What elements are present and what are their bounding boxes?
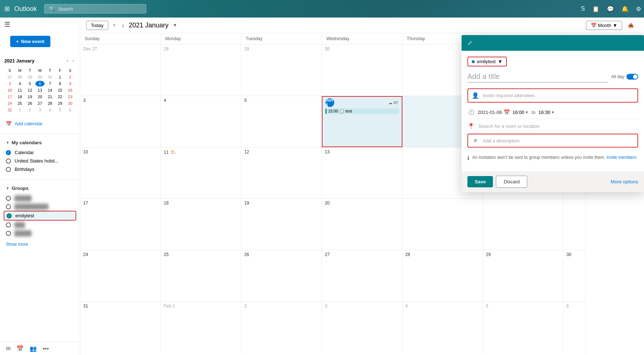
mini-cal-day[interactable]: 7 <box>45 81 55 87</box>
cal-cell-jan5[interactable]: 5 <box>241 96 322 147</box>
hamburger-icon[interactable]: ☰ <box>4 20 10 28</box>
mini-cal-day[interactable]: 1 <box>15 107 25 113</box>
cal-cell-jan10[interactable]: 10 <box>80 148 161 199</box>
account-selector[interactable]: emilytest ▼ <box>467 57 507 66</box>
group-item-3[interactable]: ███ <box>6 221 74 229</box>
calendar-checkbox-birthdays[interactable] <box>6 167 11 172</box>
mini-cal-prev[interactable]: ‹ <box>65 57 70 64</box>
mini-cal-day[interactable]: 14 <box>45 87 55 93</box>
cal-cell-dec27[interactable]: Dec 27 <box>80 45 161 96</box>
mini-cal-day[interactable]: 30 <box>65 100 75 106</box>
cal-cell-jan13[interactable]: 13 <box>322 148 402 199</box>
mini-cal-day[interactable]: 17 <box>5 94 15 100</box>
popup-expand-icon[interactable]: ⤢ <box>467 39 472 46</box>
mini-cal-day[interactable]: 16 <box>65 87 75 93</box>
mini-cal-day[interactable]: 27 <box>5 74 15 80</box>
calendar-item-birthdays[interactable]: Birthdays <box>6 165 74 173</box>
mini-cal-day[interactable]: 28 <box>45 100 55 106</box>
location-input[interactable] <box>478 123 638 129</box>
groups-header[interactable]: ▼ Groups <box>6 186 74 191</box>
mini-cal-day[interactable]: 12 <box>25 87 35 93</box>
teams-icon[interactable]: 📋 <box>589 3 602 15</box>
mini-cal-day[interactable]: 10 <box>5 87 15 93</box>
mini-cal-day[interactable]: 2 <box>25 107 35 113</box>
mini-cal-day[interactable]: 26 <box>25 100 35 106</box>
cal-cell-dec28[interactable]: 28 <box>161 45 242 96</box>
cal-cell-jan6[interactable]: Jan 6 ☁ 45° 15:00 📋 test <box>322 96 402 147</box>
waffle-icon[interactable]: ⊞ <box>0 5 14 13</box>
invite-members-link[interactable]: Invite members <box>607 155 637 160</box>
cal-cell-jan4[interactable]: 4 <box>161 96 242 147</box>
mini-cal-day[interactable]: 2 <box>65 74 75 80</box>
calendar-icon[interactable]: 📅 <box>504 109 510 115</box>
group-checkbox-3[interactable] <box>6 222 11 228</box>
save-button[interactable]: Save <box>467 176 493 187</box>
group-item-0[interactable]: █████ <box>6 194 74 202</box>
group-checkbox-1[interactable] <box>6 204 11 209</box>
calendar-bottom-icon[interactable]: 📅 <box>16 345 24 352</box>
mini-cal-day[interactable]: 28 <box>15 74 25 80</box>
today-button[interactable]: Today <box>86 21 108 30</box>
mini-cal-day[interactable]: 3 <box>5 81 15 87</box>
prev-month-button[interactable]: ↑ <box>111 20 117 30</box>
mini-cal-next[interactable]: › <box>71 57 76 64</box>
cal-cell-jan19[interactable]: 19 <box>241 199 322 250</box>
cal-cell-jan17[interactable]: 17 <box>80 199 161 250</box>
mail-icon[interactable]: ✉ <box>6 345 11 352</box>
attendees-input[interactable] <box>483 93 634 98</box>
calendar-checkbox-calendar[interactable]: ✓ <box>6 150 11 155</box>
mini-cal-day[interactable]: 1 <box>55 74 65 80</box>
cal-cell-jan26[interactable]: 26 <box>241 250 322 301</box>
mini-cal-day[interactable]: 6 <box>65 107 75 113</box>
search-input[interactable] <box>58 6 142 12</box>
cal-cell-jan24[interactable]: 24 <box>80 250 161 301</box>
cal-cell-jan27[interactable]: 27 <box>322 250 402 301</box>
cal-cell-jan3b[interactable]: 3 <box>80 96 161 147</box>
feedback-icon[interactable]: 💬 <box>604 3 617 15</box>
group-item-4[interactable]: █████ <box>6 229 74 237</box>
mini-cal-day[interactable]: 8 <box>55 81 65 87</box>
calendar-checkbox-us-holidays[interactable] <box>6 159 11 164</box>
discard-button[interactable]: Discard <box>496 176 527 188</box>
more-options-button[interactable]: More options <box>611 179 638 184</box>
event-title-input[interactable] <box>467 71 608 83</box>
cal-cell-feb4[interactable]: 4 <box>402 302 483 353</box>
skype-icon[interactable]: S <box>578 3 588 15</box>
mini-cal-day[interactable]: 31 <box>5 107 15 113</box>
notifications-icon[interactable]: 🔔 <box>618 3 632 15</box>
mini-cal-day[interactable]: 4 <box>45 107 55 113</box>
mini-cal-day[interactable]: 18 <box>15 94 25 100</box>
mini-cal-day[interactable]: 31 <box>45 74 55 80</box>
cal-cell-jan29[interactable]: 29 <box>483 250 564 301</box>
mini-cal-day[interactable]: 15 <box>55 87 65 93</box>
mini-cal-day[interactable]: 29 <box>55 100 65 106</box>
group-item-emilytest[interactable]: ✓ emilytest <box>4 211 76 221</box>
cal-cell-jan22[interactable] <box>483 199 564 250</box>
cal-cell-jan18[interactable]: 18 <box>161 199 242 250</box>
cal-cell-jan31[interactable]: 31 <box>80 302 161 353</box>
mini-cal-day[interactable]: 11 <box>15 87 25 93</box>
allday-toggle-switch[interactable] <box>626 74 638 80</box>
cal-cell-feb2[interactable]: 2 <box>241 302 322 353</box>
cal-cell-feb1[interactable]: Feb 1 <box>161 302 242 353</box>
add-calendar-button[interactable]: 📅 Add calendar <box>6 119 74 128</box>
month-view-button[interactable]: 📅 Month ▼ <box>586 21 622 30</box>
cal-cell-feb5[interactable]: 5 <box>483 302 564 353</box>
cal-cell-jan25[interactable]: 25 <box>161 250 242 301</box>
settings-icon[interactable]: ⚙ <box>633 3 644 15</box>
cal-cell-jan21[interactable] <box>402 199 483 250</box>
cal-cell-dec30[interactable]: 30 <box>322 45 402 96</box>
next-month-button[interactable]: ↓ <box>120 20 126 30</box>
show-more-button[interactable]: Show more <box>0 240 80 248</box>
mini-cal-day[interactable]: 13 <box>35 87 45 93</box>
end-time[interactable]: 16:30 ▼ <box>539 110 555 115</box>
mini-cal-day[interactable]: 6 <box>35 81 45 87</box>
new-event-button[interactable]: + New event <box>10 36 50 47</box>
cal-cell-jan12[interactable]: 12 <box>241 148 322 199</box>
mini-cal-day[interactable]: 25 <box>15 100 25 106</box>
mini-cal-day[interactable]: 19 <box>25 94 35 100</box>
people-icon[interactable]: 👥 <box>30 345 37 352</box>
mini-cal-day[interactable]: 5 <box>55 107 65 113</box>
mini-cal-day[interactable]: 3 <box>35 107 45 113</box>
mini-cal-day[interactable]: 27 <box>35 100 45 106</box>
